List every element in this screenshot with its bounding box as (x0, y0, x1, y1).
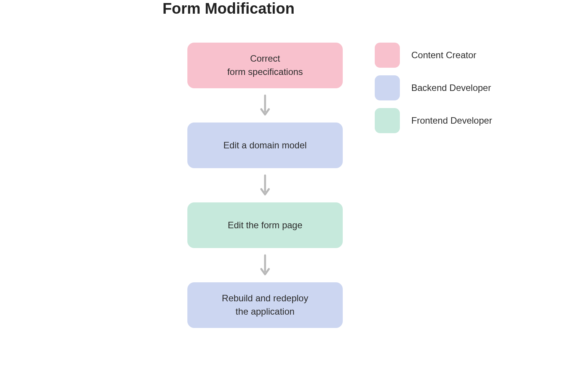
step-text-line1: Edit the form page (228, 219, 302, 232)
step-text-line1: Edit a domain model (224, 139, 307, 152)
step-edit-form-page: Edit the form page (187, 202, 343, 248)
step-text-line1: Rebuild and redeploy (222, 292, 308, 305)
legend-item-content-creator: Content Creator (375, 43, 492, 68)
arrow-down-icon (257, 88, 273, 123)
legend-label: Backend Developer (411, 83, 491, 93)
step-text-line1: Correct (250, 52, 280, 65)
diagram-title: Form Modification (0, 0, 457, 17)
legend-label: Content Creator (411, 50, 476, 60)
legend-item-backend-developer: Backend Developer (375, 75, 492, 100)
legend-swatch (375, 75, 400, 100)
flow-column: Correct form specifications Edit a domai… (187, 43, 343, 328)
step-edit-domain-model: Edit a domain model (187, 123, 343, 168)
step-text-line2: form specifications (227, 65, 303, 79)
legend-label: Frontend Developer (411, 115, 492, 126)
step-text-line2: the application (236, 305, 295, 318)
legend: Content Creator Backend Developer Fronte… (375, 43, 492, 133)
arrow-down-icon (257, 248, 273, 282)
step-rebuild-redeploy: Rebuild and redeploy the application (187, 282, 343, 328)
legend-swatch (375, 43, 400, 68)
legend-item-frontend-developer: Frontend Developer (375, 108, 492, 133)
arrow-down-icon (257, 168, 273, 202)
legend-swatch (375, 108, 400, 133)
step-correct-specs: Correct form specifications (187, 43, 343, 88)
